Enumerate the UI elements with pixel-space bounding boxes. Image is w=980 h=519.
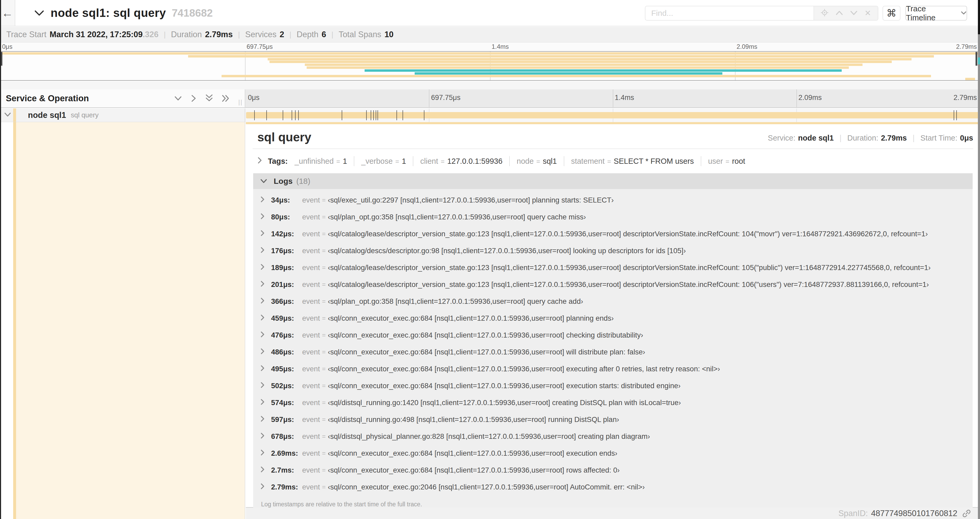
log-row[interactable]: 142μs:event=‹sql/catalog/lease/descripto… xyxy=(253,225,973,242)
deep-link-icon[interactable] xyxy=(962,509,971,518)
minimap-right-scrubber-handle[interactable] xyxy=(975,52,977,65)
log-chevron-icon[interactable] xyxy=(261,314,271,323)
timeline-tick-label: 0μs xyxy=(248,94,259,102)
log-marker-tick[interactable] xyxy=(956,110,957,120)
tags-label: Tags: xyxy=(268,157,288,166)
match-target-icon[interactable] xyxy=(821,9,829,18)
span-duration-bar[interactable] xyxy=(246,112,979,118)
keyboard-shortcuts-button[interactable]: ⌘ xyxy=(883,6,900,21)
log-row[interactable]: 2.7ms:event=‹sql/conn_executor_exec.go:6… xyxy=(253,462,973,479)
span-bar-cell[interactable] xyxy=(245,109,980,122)
tag-item[interactable]: client=127.0.0.1:59936 xyxy=(420,157,503,166)
log-timestamp: 80μs: xyxy=(271,213,302,221)
tag-separator xyxy=(701,156,701,166)
log-chevron-icon[interactable] xyxy=(261,348,271,356)
page-scrollbar[interactable] xyxy=(978,0,980,519)
log-marker-tick[interactable] xyxy=(402,110,403,120)
duration-meta-label: Duration: xyxy=(847,134,878,142)
log-row[interactable]: 176μs:event=‹sql/catalog/descs/descripto… xyxy=(253,242,973,259)
trace-minimap[interactable] xyxy=(0,51,980,81)
log-chevron-icon[interactable] xyxy=(261,365,271,373)
log-chevron-icon[interactable] xyxy=(261,415,271,424)
logs-header[interactable]: Logs (18) xyxy=(253,173,973,189)
tag-item[interactable]: _verbose=1 xyxy=(361,157,406,166)
log-chevron-icon[interactable] xyxy=(261,331,271,339)
log-chevron-icon[interactable] xyxy=(261,230,271,238)
log-chevron-icon[interactable] xyxy=(261,196,271,204)
log-marker-tick[interactable] xyxy=(396,110,397,120)
expand-one-icon[interactable] xyxy=(191,94,197,103)
log-row[interactable]: 80μs:event=‹sql/plan_opt.go:358 [nsql1,c… xyxy=(253,209,973,225)
log-equals: = xyxy=(322,213,326,221)
expand-all-icon[interactable] xyxy=(221,94,231,103)
log-marker-tick[interactable] xyxy=(424,110,425,120)
log-marker-tick[interactable] xyxy=(954,110,954,120)
back-button[interactable]: ← xyxy=(0,0,15,26)
collapse-trace-chevron-icon[interactable] xyxy=(34,9,45,17)
log-field-value: ‹sql/conn_executor_exec.go:684 [nsql1,cl… xyxy=(328,331,643,339)
log-marker-tick[interactable] xyxy=(377,110,378,120)
log-chevron-icon[interactable] xyxy=(261,263,271,272)
log-marker-tick[interactable] xyxy=(295,110,296,120)
log-row[interactable]: 201μs:event=‹sql/catalog/lease/descripto… xyxy=(253,276,973,293)
log-row[interactable]: 366μs:event=‹sql/plan_opt.go:358 [nsql1,… xyxy=(253,293,973,310)
log-marker-tick[interactable] xyxy=(371,110,371,120)
log-chevron-icon[interactable] xyxy=(261,432,271,441)
log-row[interactable]: 597μs:event=‹sql/distsql_running.go:498 … xyxy=(253,411,973,428)
log-chevron-icon[interactable] xyxy=(261,398,271,407)
trace-view-selector-label: Trace Timeline xyxy=(906,4,957,22)
trace-view-selector[interactable]: Trace Timeline xyxy=(905,6,967,21)
log-row[interactable]: 2.69ms:event=‹sql/conn_executor_exec.go:… xyxy=(253,445,973,462)
tag-item[interactable]: user=root xyxy=(708,157,745,166)
log-marker-tick[interactable] xyxy=(266,110,267,120)
log-row[interactable]: 476μs:event=‹sql/conn_executor_exec.go:6… xyxy=(253,327,973,343)
log-row[interactable]: 678μs:event=‹sql/distsql_physical_planne… xyxy=(253,428,973,445)
log-chevron-icon[interactable] xyxy=(261,297,271,306)
log-marker-tick[interactable] xyxy=(254,110,255,120)
span-row-name-cell[interactable]: node sql1 sql query xyxy=(0,109,245,122)
log-row[interactable]: 574μs:event=‹sql/distsql_running.go:1420… xyxy=(253,394,973,411)
log-field-key: event xyxy=(302,314,320,323)
log-row[interactable]: 2.79ms:event=‹sql/conn_executor_exec.go:… xyxy=(253,479,973,495)
log-chevron-icon[interactable] xyxy=(261,449,271,458)
log-row[interactable]: 459μs:event=‹sql/conn_executor_exec.go:6… xyxy=(253,310,973,327)
minimap-span-bar xyxy=(0,52,980,54)
tag-value: sql1 xyxy=(542,157,557,166)
log-chevron-icon[interactable] xyxy=(261,280,271,289)
collapse-one-icon[interactable] xyxy=(173,95,183,102)
clear-find-icon[interactable]: ✕ xyxy=(864,9,871,17)
log-marker-tick[interactable] xyxy=(373,110,374,120)
span-collapse-chevron-icon[interactable] xyxy=(4,112,11,119)
log-marker-tick[interactable] xyxy=(292,110,292,120)
log-marker-tick[interactable] xyxy=(298,110,299,120)
log-row[interactable]: 502μs:event=‹sql/conn_executor_exec.go:6… xyxy=(253,377,973,394)
log-marker-tick[interactable] xyxy=(375,110,376,120)
next-match-icon[interactable] xyxy=(850,9,858,17)
find-input[interactable] xyxy=(646,6,813,20)
tag-item[interactable]: statement=SELECT * FROM users xyxy=(571,157,694,166)
log-marker-tick[interactable] xyxy=(283,110,283,120)
log-marker-tick[interactable] xyxy=(342,110,342,120)
log-marker-tick[interactable] xyxy=(366,110,367,120)
log-field-key: event xyxy=(302,483,320,491)
log-row[interactable]: 495μs:event=‹sql/conn_executor_exec.go:6… xyxy=(253,361,973,377)
tag-item[interactable]: node=sql1 xyxy=(517,157,557,166)
logs-title: Logs xyxy=(274,177,293,186)
find-box: ✕ xyxy=(645,6,878,21)
log-chevron-icon[interactable] xyxy=(261,213,271,221)
column-resize-handle[interactable]: || xyxy=(239,98,243,106)
collapse-all-icon[interactable] xyxy=(205,94,214,103)
log-field-key: event xyxy=(302,230,320,238)
minimap-span-bar xyxy=(965,78,975,80)
log-row[interactable]: 189μs:event=‹sql/catalog/lease/descripto… xyxy=(253,259,973,276)
tags-section[interactable]: Tags: _unfinished=1_verbose=1client=127.… xyxy=(258,154,973,169)
log-row[interactable]: 486μs:event=‹sql/conn_executor_exec.go:6… xyxy=(253,343,973,361)
tag-item[interactable]: _unfinished=1 xyxy=(294,157,347,166)
prev-match-icon[interactable] xyxy=(835,9,843,17)
log-row[interactable]: 34μs:event=‹sql/exec_util.go:2297 [nsql1… xyxy=(253,192,973,209)
log-chevron-icon[interactable] xyxy=(261,247,271,255)
span-id-footer: SpanID: 4877749850101760812 xyxy=(246,508,980,519)
log-chevron-icon[interactable] xyxy=(261,382,271,390)
log-chevron-icon[interactable] xyxy=(261,483,271,491)
log-chevron-icon[interactable] xyxy=(261,466,271,474)
